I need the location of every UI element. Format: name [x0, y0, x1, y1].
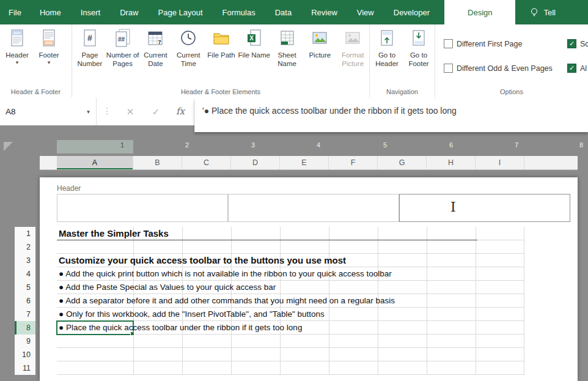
current-date-label: Current Date: [139, 51, 172, 68]
footer-icon: [39, 28, 59, 48]
name-box[interactable]: A8 ▾: [0, 98, 97, 125]
tab-draw[interactable]: Draw: [110, 0, 148, 24]
cell-a3[interactable]: Customize your quick access toolbar to t…: [59, 254, 346, 267]
row-header-3[interactable]: 3: [15, 254, 35, 267]
insert-function-button[interactable]: fx: [170, 98, 191, 125]
number-of-pages-button[interactable]: ## Number of Pages: [106, 24, 139, 68]
go-to-header-label: Go to Header: [371, 51, 403, 68]
worksheet-area: 1 2 3 4 5 6 7 8 A B C D E F G H I Header…: [0, 125, 588, 381]
row-header-10[interactable]: 10: [15, 348, 35, 361]
current-date-icon: 7: [145, 28, 165, 48]
group-label-header-footer: Header & Footer: [0, 88, 72, 95]
go-to-footer-icon: [409, 28, 428, 48]
column-header-h[interactable]: H: [427, 156, 476, 169]
ruler-mark: 5: [381, 141, 389, 149]
column-header-b[interactable]: B: [133, 156, 182, 169]
formula-input[interactable]: '● Place the quick access toolbar under …: [194, 99, 588, 132]
go-to-header-icon: [377, 28, 397, 48]
column-header-g[interactable]: G: [378, 156, 427, 169]
row-header-2[interactable]: 2: [15, 240, 35, 254]
cell-a5[interactable]: ● Add the Paste Special as Values to you…: [59, 281, 276, 294]
row-headers: 1 2 3 4 5 6 7 8 9 10 11: [15, 227, 35, 375]
format-picture-label: Format Picture: [336, 51, 369, 68]
column-header-d[interactable]: D: [231, 156, 280, 169]
tab-home[interactable]: Home: [30, 0, 71, 24]
cancel-icon[interactable]: ✕: [120, 98, 141, 125]
cell-a7[interactable]: ● Only for this workbook, add the "Inser…: [59, 308, 325, 321]
ruler-mark: 6: [447, 141, 455, 149]
svg-text:#: #: [87, 33, 92, 43]
current-time-button[interactable]: Current Time: [172, 24, 205, 68]
row-header-4[interactable]: 4: [15, 267, 35, 281]
name-box-value: A8: [0, 107, 87, 116]
different-first-page-label: Different First Page: [457, 40, 522, 48]
cell-grid[interactable]: Master the Simpler Tasks Customize your …: [57, 227, 524, 375]
tab-view[interactable]: View: [347, 0, 384, 24]
header-button-label: Header: [6, 51, 29, 59]
tab-developer[interactable]: Developer: [384, 0, 439, 24]
scale-with-document-checkbox[interactable]: ✓ Sc: [567, 39, 588, 48]
page-number-button[interactable]: # Page Number: [73, 24, 106, 68]
go-to-footer-button[interactable]: Go to Footer: [403, 24, 435, 68]
chevron-down-icon[interactable]: ▾: [87, 108, 96, 115]
file-path-button[interactable]: File Path: [205, 24, 238, 68]
cell-a4[interactable]: ● Add the quick print button which is no…: [59, 267, 392, 281]
excel-window: File Home Insert Draw Page Layout Formul…: [0, 0, 588, 381]
group-options: Different First Page Different Odd & Eve…: [435, 24, 588, 97]
svg-text:7: 7: [158, 39, 161, 45]
group-header-footer: Header ▾ Footer ▾ Header & Footer: [0, 24, 72, 97]
different-first-page-checkbox[interactable]: Different First Page: [444, 39, 522, 48]
cell-a6[interactable]: ● Add a separator before it and add othe…: [59, 294, 395, 308]
row-header-7[interactable]: 7: [15, 308, 35, 321]
row-header-5[interactable]: 5: [15, 281, 35, 294]
row-header-9[interactable]: 9: [15, 335, 35, 348]
ruler-mark: 1: [118, 141, 127, 149]
current-date-button[interactable]: 7 Current Date: [139, 24, 172, 68]
enter-icon[interactable]: ✓: [145, 98, 166, 125]
column-header-a[interactable]: A: [57, 156, 133, 169]
different-odd-even-checkbox[interactable]: Different Odd & Even Pages: [444, 64, 553, 73]
ruler-mark: 8: [577, 141, 586, 149]
different-odd-even-label: Different Odd & Even Pages: [457, 64, 553, 73]
formula-bar-separator: ⋮: [103, 106, 111, 116]
picture-button[interactable]: Picture: [303, 24, 336, 68]
cell-a8[interactable]: ● Place the quick access toolbar under t…: [59, 321, 302, 335]
row-header-11[interactable]: 11: [15, 361, 35, 375]
column-header-i[interactable]: I: [476, 156, 524, 169]
column-header-f[interactable]: F: [329, 156, 378, 169]
tab-file[interactable]: File: [0, 0, 30, 24]
checkbox-checked-icon: ✓: [567, 39, 576, 48]
header-section-right[interactable]: [399, 194, 570, 222]
text-cursor-icon: I: [450, 199, 456, 215]
header-section-center[interactable]: [228, 194, 399, 222]
column-header-c[interactable]: C: [182, 156, 231, 169]
ruler-mark: 3: [249, 141, 257, 149]
tab-data[interactable]: Data: [265, 0, 301, 24]
tab-formulas[interactable]: Formulas: [213, 0, 265, 24]
header-section-left[interactable]: [57, 194, 228, 222]
tab-tell-me[interactable]: Tell: [519, 0, 574, 24]
tab-page-layout[interactable]: Page Layout: [149, 0, 213, 24]
number-of-pages-icon: ##: [113, 28, 133, 48]
row-header-1[interactable]: 1: [15, 227, 35, 240]
tab-review[interactable]: Review: [301, 0, 347, 24]
row-header-8[interactable]: 8: [15, 321, 35, 335]
tab-insert[interactable]: Insert: [71, 0, 111, 24]
header-button[interactable]: Header ▾: [1, 24, 33, 65]
column-header-e[interactable]: E: [280, 156, 329, 169]
go-to-header-button[interactable]: Go to Header: [371, 24, 403, 68]
file-name-label: File Name: [238, 51, 270, 59]
row-header-6[interactable]: 6: [15, 294, 35, 308]
sheet-name-button[interactable]: Sheet Name: [271, 24, 304, 68]
file-name-button[interactable]: X File Name: [238, 24, 271, 68]
header-area-label: Header: [57, 184, 81, 193]
footer-button[interactable]: Footer ▾: [33, 24, 65, 65]
align-with-margins-checkbox[interactable]: ✓ Al: [567, 64, 587, 73]
file-name-icon: X: [244, 28, 264, 48]
current-time-label: Current Time: [172, 51, 205, 68]
group-navigation: Go to Header Go to Footer Navigation: [370, 24, 435, 97]
cell-a1[interactable]: Master the Simpler Tasks: [59, 227, 169, 240]
number-of-pages-label: Number of Pages: [106, 51, 139, 68]
ruler-mark: 7: [512, 141, 521, 149]
tab-design[interactable]: Design: [444, 0, 515, 24]
